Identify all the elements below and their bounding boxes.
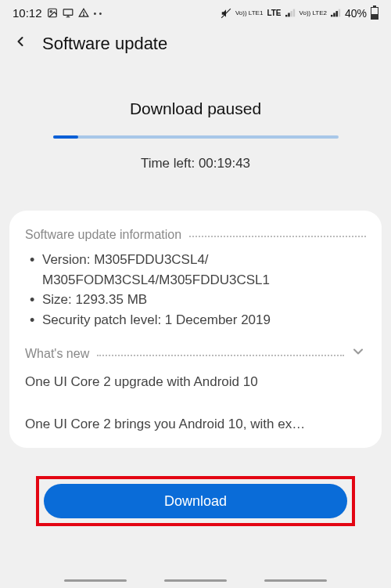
version-text: Version: M305FDDU3CSL4/ [42,252,209,267]
time-left: Time left: 00:19:43 [31,156,360,171]
whatsnew-line2: One UI Core 2 brings you Android 10, wit… [25,414,366,435]
svg-point-1 [50,11,52,13]
header: Software update [0,23,391,70]
info-list: Version: M305FDDU3CSL4/ M305FODM3CSL4/M3… [25,250,366,330]
info-section-label: Software update information [25,228,181,242]
nav-home[interactable] [164,579,227,582]
sim1-label: Vo)) LTE1 [235,10,263,16]
more-icon: • • [94,9,102,18]
progress-fill [53,135,79,139]
sim2-label: Vo)) LTE2 [300,10,327,16]
dotted-divider [97,355,344,356]
signal-icon-1 [285,9,296,17]
whatsnew-line1: One UI Core 2 upgrade with Android 10 [25,372,366,392]
status-right: Vo)) LTE1 LTE Vo)) LTE2 40% [221,7,378,20]
nav-recents[interactable] [64,579,127,582]
progress-bar [53,135,339,139]
svg-rect-12 [335,11,337,16]
info-section-header: Software update information [25,228,366,242]
battery-icon [371,7,378,20]
info-card: Software update information Version: M30… [9,211,382,448]
image-icon [47,8,58,19]
paused-section: Download paused Time left: 00:19:43 [0,70,391,179]
svg-point-4 [83,15,84,16]
nav-bar [0,579,391,582]
download-button[interactable]: Download [44,484,347,518]
list-item: Version: M305FDDU3CSL4/ M305FODM3CSL4/M3… [25,250,366,290]
chevron-down-icon[interactable] [350,344,366,364]
whatsnew-section-label: What's new [25,347,89,361]
svg-rect-7 [288,13,289,17]
svg-rect-11 [333,13,335,17]
svg-rect-6 [285,15,287,16]
list-item: Security patch level: 1 December 2019 [25,310,366,330]
clock: 10:12 [13,6,42,20]
back-icon[interactable] [13,34,28,54]
svg-rect-8 [290,11,292,16]
svg-rect-2 [63,9,73,16]
mute-icon [221,8,231,19]
svg-rect-9 [292,9,294,17]
monitor-icon [63,8,74,19]
whatsnew-section-header[interactable]: What's new [25,344,366,364]
dotted-divider [189,236,366,237]
list-item: Size: 1293.35 MB [25,290,366,310]
version-cont: M305FODM3CSL4/M305FDDU3CSL1 [42,270,366,290]
lte-text: LTE [267,9,281,17]
battery-pct: 40% [345,7,367,20]
signal-icon-2 [331,9,341,17]
warning-icon [78,8,89,19]
page-title: Software update [42,34,167,54]
status-bar: 10:12 • • Vo)) LTE1 LTE Vo)) LTE2 40% [0,0,391,23]
download-highlight: Download [36,476,355,526]
nav-back[interactable] [264,579,327,582]
status-left: 10:12 • • [13,6,102,20]
svg-rect-13 [339,9,340,17]
svg-rect-10 [331,15,332,16]
paused-title: Download paused [31,99,360,118]
